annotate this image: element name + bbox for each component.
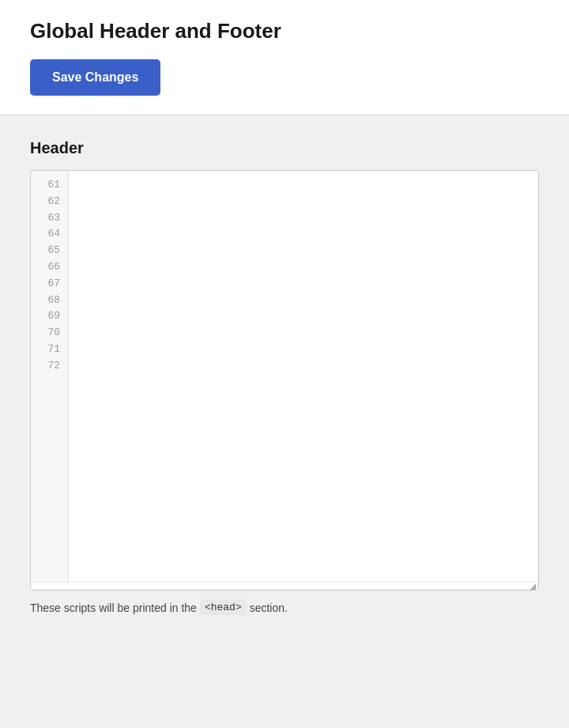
- save-changes-button[interactable]: Save Changes: [30, 59, 160, 96]
- line-number: 68: [43, 292, 68, 309]
- line-number: 65: [43, 243, 68, 259]
- line-number: 69: [43, 308, 68, 325]
- main-content: Header 616263646566676869707172 ◢ These …: [0, 115, 569, 639]
- line-number: 63: [43, 210, 68, 227]
- editor-inner: 616263646566676869707172: [31, 171, 538, 582]
- description-suffix: section.: [250, 602, 288, 614]
- top-section: Global Header and Footer Save Changes: [0, 0, 569, 115]
- head-tag-code: <head>: [200, 600, 247, 615]
- line-number: 62: [43, 194, 68, 210]
- header-code-editor[interactable]: [69, 171, 538, 582]
- line-number: 66: [43, 259, 68, 276]
- resize-icon: ◢: [529, 582, 536, 591]
- page-title: Global Header and Footer: [30, 19, 539, 43]
- header-editor-wrapper: 616263646566676869707172 ◢: [30, 170, 539, 590]
- line-number: 71: [43, 341, 68, 358]
- header-section-title: Header: [30, 139, 539, 157]
- description-text: These scripts will be printed in the <he…: [30, 600, 539, 615]
- line-numbers: 616263646566676869707172: [31, 171, 69, 582]
- line-number: 61: [43, 177, 68, 194]
- line-number: 70: [43, 325, 68, 341]
- description-prefix: These scripts will be printed in the: [30, 602, 197, 614]
- resize-handle[interactable]: ◢: [31, 582, 538, 590]
- line-number: 64: [43, 226, 68, 243]
- line-number: 67: [43, 276, 68, 292]
- line-number: 72: [43, 358, 68, 375]
